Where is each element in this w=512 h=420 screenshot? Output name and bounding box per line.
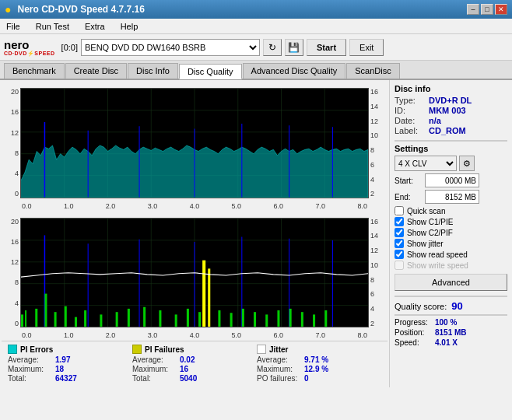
progress-row: Progress: 100 % [395, 318, 507, 327]
quick-scan-checkbox[interactable] [395, 206, 404, 215]
show-c1pie-label: Show C1/PIE [407, 218, 453, 226]
svg-rect-52 [175, 314, 177, 327]
show-c2pif-label: Show C2/PIF [407, 229, 453, 237]
pi-errors-label: PI Errors [20, 345, 53, 354]
end-input[interactable] [425, 190, 479, 204]
main-content: 201612840 161412108642 [0, 80, 512, 387]
settings-icon-btn[interactable]: ⚙ [459, 156, 475, 171]
svg-rect-63 [289, 308, 292, 327]
chart-pi-errors: 201612840 161412108642 [20, 88, 369, 198]
menu-extra[interactable]: Extra [82, 21, 108, 32]
jitter-total-label: PO failures: [257, 374, 303, 383]
svg-rect-51 [159, 310, 161, 327]
toolbar: nero CD·DVD⚡SPEED [0:0] BENQ DVD DD DW16… [0, 34, 512, 61]
label-key: Label: [395, 126, 426, 135]
maximize-button[interactable]: □ [481, 4, 493, 15]
right-panel: Disc info Type: DVD+R DL ID: MKM 003 Dat… [389, 80, 512, 387]
progress-label: Progress: [395, 318, 432, 327]
drive-select[interactable]: BENQ DVD DD DW1640 BSRB [81, 39, 260, 56]
speed-select[interactable]: 4 X CLV [395, 156, 457, 171]
svg-rect-41 [35, 308, 37, 327]
svg-rect-42 [44, 293, 47, 327]
svg-rect-62 [277, 310, 279, 327]
svg-rect-66 [324, 310, 327, 327]
pi-failures-max-val: 16 [180, 365, 219, 373]
divider-1 [395, 140, 507, 142]
svg-rect-40 [25, 310, 26, 327]
close-button[interactable]: ✕ [495, 4, 507, 15]
pi-failures-avg-val: 0.02 [180, 355, 219, 364]
tab-create-disc[interactable]: Create Disc [65, 63, 127, 79]
settings-title: Settings [395, 144, 507, 153]
pi-failures-label: PI Failures [145, 345, 184, 354]
svg-rect-49 [128, 308, 130, 327]
date-label: Date: [395, 116, 426, 125]
position-label: Position: [395, 328, 432, 337]
minimize-button[interactable]: – [467, 4, 479, 15]
start-input[interactable] [425, 173, 479, 187]
advanced-button[interactable]: Advanced [395, 274, 507, 291]
pi-errors-max-label: Maximum: [8, 365, 54, 373]
pi-failures-total-label: Total: [132, 374, 179, 383]
y-axis-right-2: 161412108642 [370, 218, 383, 328]
start-button[interactable]: Start [307, 39, 346, 56]
pi-errors-avg-label: Average: [8, 355, 54, 364]
svg-rect-57 [218, 310, 220, 327]
refresh-button[interactable]: ↻ [263, 39, 282, 56]
tab-disc-quality[interactable]: Disc Quality [179, 64, 242, 79]
legend-jitter: Jitter Average: 9.71 % Maximum: 12.9 % P… [257, 345, 381, 383]
window-title: Nero CD-DVD Speed 4.7.7.16 [17, 4, 144, 15]
svg-rect-53 [187, 308, 189, 327]
exit-button[interactable]: Exit [349, 39, 384, 56]
svg-rect-39 [21, 314, 23, 327]
svg-rect-43 [54, 312, 57, 327]
tab-benchmark[interactable]: Benchmark [4, 63, 65, 79]
chart-svg-1 [20, 88, 369, 198]
type-label: Type: [395, 96, 426, 105]
show-c2pif-checkbox[interactable] [395, 228, 404, 237]
tab-scan-disc[interactable]: ScanDisc [346, 63, 399, 79]
menu-run-test[interactable]: Run Test [33, 21, 72, 32]
show-read-speed-label: Show read speed [407, 250, 468, 259]
settings-section: Settings 4 X CLV ⚙ Start: End: Quick sca… [395, 144, 507, 291]
start-label: Start: [395, 177, 422, 185]
show-write-speed-checkbox[interactable] [395, 261, 404, 270]
show-write-speed-label: Show write speed [407, 261, 468, 270]
show-c1pie-checkbox[interactable] [395, 217, 404, 226]
nero-logo: nero CD·DVD⚡SPEED [4, 39, 55, 56]
jitter-max-label: Maximum: [257, 365, 303, 373]
svg-rect-60 [254, 312, 256, 327]
y-axis-left-2: 201612840 [3, 218, 19, 328]
pi-errors-total-val: 64327 [55, 374, 94, 383]
label-val: CD_ROM [429, 126, 466, 135]
position-val: 8151 MB [435, 328, 467, 337]
legend-area: PI Errors Average: 1.97 Maximum: 18 Tota… [2, 341, 388, 386]
progress-val: 100 % [435, 318, 457, 327]
nero-sub: CD·DVD⚡SPEED [4, 51, 55, 56]
svg-rect-61 [265, 314, 268, 327]
save-button[interactable]: 💾 [285, 39, 303, 56]
speed-row: Speed: 4.01 X [395, 338, 507, 347]
show-read-speed-checkbox[interactable] [395, 250, 404, 259]
app-icon: ● [5, 3, 11, 16]
tab-disc-info[interactable]: Disc Info [128, 63, 178, 79]
speed-val: 4.01 X [435, 338, 458, 347]
menu-file[interactable]: File [3, 21, 23, 32]
jitter-avg-val: 9.71 % [304, 355, 343, 364]
jitter-color [257, 345, 266, 354]
show-jitter-checkbox[interactable] [395, 239, 404, 248]
show-jitter-label: Show jitter [407, 240, 444, 248]
id-label: ID: [395, 106, 426, 115]
svg-rect-65 [313, 314, 315, 327]
tab-advanced-disc-quality[interactable]: Advanced Disc Quality [243, 63, 346, 79]
y-axis-left-1: 201612840 [3, 88, 19, 198]
menu-help[interactable]: Help [117, 21, 142, 32]
pi-errors-avg-val: 1.97 [55, 355, 94, 364]
svg-rect-59 [242, 308, 244, 327]
speed-label: Speed: [395, 338, 432, 347]
id-val: MKM 003 [429, 106, 466, 115]
quality-score-row: Quality score: 90 [395, 300, 507, 312]
end-label: End: [395, 193, 422, 201]
svg-rect-46 [84, 310, 86, 327]
pi-errors-total-label: Total: [8, 374, 54, 383]
